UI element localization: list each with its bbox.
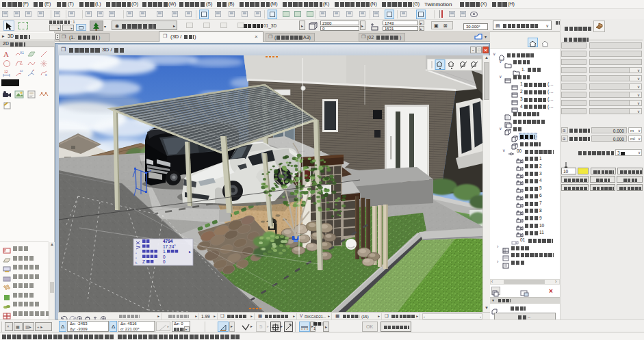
svg-text:B: B (45, 73, 47, 77)
svg-text:Z: Z (142, 259, 145, 264)
svg-text:4794: 4794 (163, 239, 173, 244)
svg-text:A1: A1 (20, 51, 24, 55)
svg-text:A: A (3, 50, 9, 58)
svg-text:▫: ▫ (136, 251, 137, 255)
svg-text:▸: ▸ (189, 250, 191, 254)
svg-text:t.: t. (136, 261, 138, 265)
svg-text:0: 0 (163, 259, 166, 264)
svg-text:12: 12 (4, 70, 8, 74)
svg-text:▫: ▫ (136, 256, 137, 260)
svg-text:0: 0 (163, 254, 166, 259)
svg-text:17.24°: 17.24° (163, 244, 176, 249)
svg-text:1.: 1. (163, 249, 167, 254)
svg-text:42: 42 (20, 69, 23, 73)
